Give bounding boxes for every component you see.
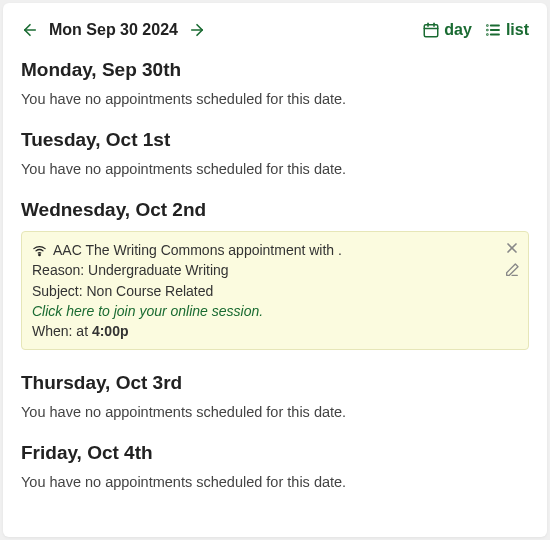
schedule-card: Mon Sep 30 2024 day list Monday, Sep 30t… <box>3 3 547 537</box>
appointment-title-line: AAC The Writing Commons appointment with… <box>32 240 518 260</box>
calendar-icon <box>422 21 440 39</box>
next-day-button[interactable] <box>188 21 206 39</box>
appointment-actions <box>504 240 520 278</box>
day-heading: Friday, Oct 4th <box>21 442 529 464</box>
svg-point-14 <box>39 254 41 256</box>
close-icon <box>504 240 520 256</box>
svg-point-10 <box>487 30 488 31</box>
date-nav: Mon Sep 30 2024 <box>21 21 206 39</box>
appointment-when: When: at 4:00p <box>32 321 518 341</box>
appointment-reason: Reason: Undergraduate Writing <box>32 260 518 280</box>
empty-appointments-msg: You have no appointments scheduled for t… <box>21 91 529 107</box>
empty-appointments-msg: You have no appointments scheduled for t… <box>21 474 529 490</box>
edit-icon <box>504 262 520 278</box>
empty-appointments-msg: You have no appointments scheduled for t… <box>21 404 529 420</box>
svg-rect-2 <box>425 25 439 37</box>
empty-appointments-msg: You have no appointments scheduled for t… <box>21 161 529 177</box>
appointment-subject: Subject: Non Course Related <box>32 281 518 301</box>
day-block: Thursday, Oct 3rd You have no appointmen… <box>21 372 529 420</box>
appointment-time: 4:00p <box>92 323 129 339</box>
topbar: Mon Sep 30 2024 day list <box>21 21 529 39</box>
day-heading: Monday, Sep 30th <box>21 59 529 81</box>
appointment-title: AAC The Writing Commons appointment with… <box>53 240 342 260</box>
svg-point-11 <box>487 34 488 35</box>
view-day-button[interactable]: day <box>422 21 472 39</box>
wifi-icon <box>32 243 47 258</box>
day-heading: Wednesday, Oct 2nd <box>21 199 529 221</box>
list-icon <box>484 21 502 39</box>
view-day-label: day <box>444 21 472 39</box>
day-block: Friday, Oct 4th You have no appointments… <box>21 442 529 490</box>
day-heading: Thursday, Oct 3rd <box>21 372 529 394</box>
dismiss-appointment-button[interactable] <box>504 240 520 256</box>
day-heading: Tuesday, Oct 1st <box>21 129 529 151</box>
day-block: Tuesday, Oct 1st You have no appointment… <box>21 129 529 177</box>
view-toggle: day list <box>422 21 529 39</box>
current-date-label: Mon Sep 30 2024 <box>49 21 178 39</box>
edit-appointment-button[interactable] <box>504 262 520 278</box>
day-block: Wednesday, Oct 2nd AAC The Writing Commo… <box>21 199 529 350</box>
view-list-label: list <box>506 21 529 39</box>
join-session-link[interactable]: Click here to join your online session. <box>32 301 518 321</box>
day-block: Monday, Sep 30th You have no appointment… <box>21 59 529 107</box>
arrow-left-icon <box>21 21 39 39</box>
prev-day-button[interactable] <box>21 21 39 39</box>
svg-point-9 <box>487 25 488 26</box>
arrow-right-icon <box>188 21 206 39</box>
appointment-card: AAC The Writing Commons appointment with… <box>21 231 529 350</box>
view-list-button[interactable]: list <box>484 21 529 39</box>
